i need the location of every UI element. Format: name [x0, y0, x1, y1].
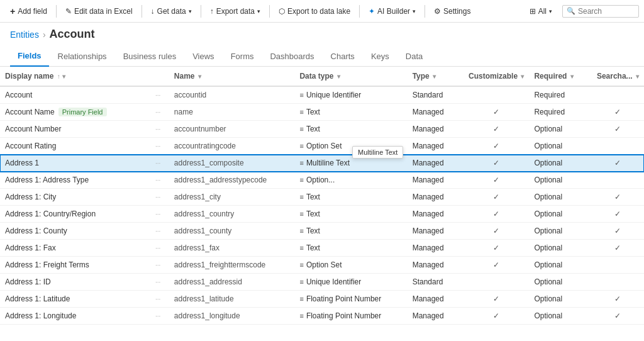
cell-customizable [464, 86, 529, 104]
all-button[interactable]: ⊞ All ▾ [525, 4, 557, 18]
cell-type: Managed [408, 257, 464, 274]
cell-display-name: Address 1: Freight Terms [0, 257, 150, 274]
cell-required: Optional [529, 172, 591, 189]
cell-display-name: Address 1: Name [0, 325, 150, 330]
cell-field-name: address1_longitude [169, 308, 295, 325]
cell-required: Optional [529, 206, 591, 223]
datatype-icon: ≡ [299, 91, 303, 99]
table-row[interactable]: Address 1: Name···address1_name≡TextMana… [0, 325, 644, 330]
drag-handle[interactable]: ··· [150, 189, 169, 206]
datatype-tooltip: Multiline Text [352, 146, 403, 159]
table-row[interactable]: Account Rating···accountratingcode≡Optio… [0, 138, 644, 155]
table-row[interactable]: Account Number···accountnumber≡TextManag… [0, 121, 644, 138]
display-name-text: Address 1: ID [5, 277, 51, 286]
tab-dashboards[interactable]: Dashboards [262, 47, 321, 66]
drag-handle[interactable]: ··· [150, 121, 169, 138]
drag-handle[interactable]: ··· [150, 206, 169, 223]
add-field-button[interactable]: + Add field [5, 4, 52, 19]
tab-keys[interactable]: Keys [364, 47, 397, 66]
tab-views[interactable]: Views [185, 47, 221, 66]
col-header-searchable[interactable]: Searcha... ▾ [592, 67, 644, 86]
drag-handle[interactable]: ··· [150, 86, 169, 104]
cell-data-type: ≡Text [294, 206, 407, 223]
table-row[interactable]: Address 1: Country/Region···address1_cou… [0, 206, 644, 223]
table-row[interactable]: Address 1: Longitude···address1_longitud… [0, 308, 644, 325]
table-row[interactable]: Account···accountid≡Unique IdentifierSta… [0, 86, 644, 104]
drag-handle[interactable]: ··· [150, 223, 169, 240]
cell-searchable: ✓ [592, 104, 644, 121]
primary-field-badge: Primary Field [58, 108, 107, 116]
col-header-datatype[interactable]: Data type ▾ [294, 67, 407, 86]
display-name-text: Address 1: County [5, 226, 67, 235]
entities-link[interactable]: Entities [10, 30, 39, 40]
drag-handle[interactable]: ··· [150, 257, 169, 274]
datatype-icon: ≡ [299, 244, 303, 252]
cell-searchable: ✓ [592, 308, 644, 325]
datatype-text: Option... [306, 176, 335, 184]
col-header-name[interactable]: Name ▾ [169, 67, 295, 86]
datatype-text: Text [306, 243, 320, 252]
cell-field-name: name [169, 104, 295, 121]
col-required-label: Required [534, 72, 567, 81]
table-row[interactable]: Address 1: Freight Terms···address1_frei… [0, 257, 644, 274]
datatype-icon: ≡ [299, 210, 303, 218]
table-row[interactable]: Address 1: Latitude···address1_latitude≡… [0, 291, 644, 308]
export-lake-button[interactable]: ⬡ Export to data lake [274, 4, 355, 18]
col-header-type[interactable]: Type ▾ [408, 67, 464, 86]
cell-data-type: ≡Unique Identifier [294, 86, 407, 104]
drag-handle[interactable]: ··· [150, 104, 169, 121]
drag-handle[interactable]: ··· [150, 308, 169, 325]
cell-customizable: ✓ [464, 257, 529, 274]
drag-handle[interactable]: ··· [150, 325, 169, 330]
cell-required: Optional [529, 121, 591, 138]
cell-customizable: ✓ [464, 121, 529, 138]
cell-display-name: Address 1: Latitude [0, 291, 150, 308]
add-field-label: Add field [18, 7, 47, 16]
table-row[interactable]: Address 1: County···address1_county≡Text… [0, 223, 644, 240]
table-row[interactable]: Address 1: City···address1_city≡TextMana… [0, 189, 644, 206]
drag-handle[interactable]: ··· [150, 155, 169, 172]
table-row[interactable]: Address 1: Fax···address1_fax≡TextManage… [0, 240, 644, 257]
search-input[interactable] [578, 7, 635, 16]
settings-button[interactable]: ⚙ Settings [429, 4, 475, 18]
drag-handle[interactable]: ··· [150, 172, 169, 189]
col-header-customizable[interactable]: Customizable ▾ [464, 67, 529, 86]
cell-customizable: ✓ [464, 138, 529, 155]
col-datatype-label: Data type [299, 72, 333, 81]
cell-display-name: Account Rating [0, 138, 150, 155]
ai-builder-button[interactable]: ✦ AI Builder ▾ [364, 4, 421, 18]
cell-searchable: ✓ [592, 240, 644, 257]
get-data-button[interactable]: ↓ Get data ▾ [146, 4, 197, 18]
tab-fields[interactable]: Fields [10, 46, 49, 67]
cell-field-name: address1_freighttermscode [169, 257, 295, 274]
col-header-required[interactable]: Required ▾ [529, 67, 591, 86]
drag-handle[interactable]: ··· [150, 240, 169, 257]
display-name-text: Address 1: Country/Region [5, 210, 96, 218]
datatype-text: Text [306, 328, 320, 330]
search-box[interactable]: 🔍 [562, 5, 639, 18]
drag-handle[interactable]: ··· [150, 291, 169, 308]
datatype-icon: ≡ [299, 278, 303, 286]
cell-customizable: ✓ [464, 223, 529, 240]
tab-business-rules[interactable]: Business rules [116, 47, 184, 66]
datatype-icon: ≡ [299, 261, 303, 269]
table-row[interactable]: Address 1: Address Type···address1_addre… [0, 172, 644, 189]
edit-excel-button[interactable]: ✎ Edit data in Excel [60, 4, 138, 18]
table-row[interactable]: Account NamePrimary Field···name≡TextMan… [0, 104, 644, 121]
cell-display-name: Account NamePrimary Field [0, 104, 150, 121]
drag-handle[interactable]: ··· [150, 138, 169, 155]
tab-charts[interactable]: Charts [323, 47, 362, 66]
col-header-display-name[interactable]: Display name ↑ ▾ [0, 67, 150, 86]
export-data-button[interactable]: ↑ Export data ▾ [205, 4, 265, 18]
table-row[interactable]: Address 1···address1_composite≡Multiline… [0, 155, 644, 172]
tab-data[interactable]: Data [398, 47, 430, 66]
drag-handle[interactable]: ··· [150, 274, 169, 291]
table-row[interactable]: Address 1: ID···address1_addressid≡Uniqu… [0, 274, 644, 291]
cell-type: Managed [408, 138, 464, 155]
datatype-text: Text [306, 108, 320, 116]
tab-forms[interactable]: Forms [223, 47, 262, 66]
cell-searchable: ✓ [592, 189, 644, 206]
cell-searchable: ✓ [592, 121, 644, 138]
tab-relationships[interactable]: Relationships [50, 47, 114, 66]
ai-icon: ✦ [369, 7, 375, 16]
